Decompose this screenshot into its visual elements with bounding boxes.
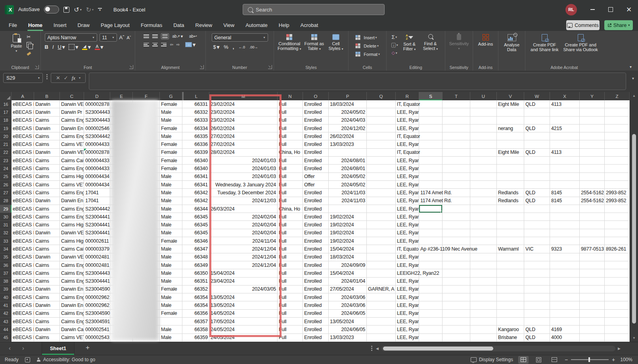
- cell-B35[interactable]: Darwin: [34, 253, 60, 261]
- cell-Z45[interactable]: [605, 334, 630, 342]
- cell-O40[interactable]: Enrolled: [303, 293, 329, 301]
- cell-T20[interactable]: [443, 132, 470, 140]
- cell-W42[interactable]: [524, 310, 550, 318]
- row-header-26[interactable]: 26: [0, 181, 11, 189]
- cell-S33[interactable]: [419, 237, 443, 245]
- cell-R40[interactable]: LEE, Ryan: [396, 293, 419, 301]
- cell-Q38[interactable]: [367, 278, 396, 285]
- cell-M38[interactable]: 23/04/2024: [209, 278, 278, 285]
- cell-C16[interactable]: Darwin VE: [60, 100, 84, 108]
- cell-Y29[interactable]: [580, 205, 605, 213]
- cell-T18[interactable]: [443, 117, 470, 125]
- row-header-31[interactable]: 31: [0, 221, 11, 229]
- cell-S27[interactable]: 1174 Amet Rd.: [419, 189, 443, 197]
- cell-Q35[interactable]: [367, 253, 396, 261]
- cell-G45[interactable]: Male: [160, 334, 182, 342]
- cell-Z25[interactable]: [605, 173, 630, 181]
- cell-Y18[interactable]: [580, 117, 605, 125]
- wrap-text-button[interactable]: ab↩: [189, 34, 197, 38]
- cell-E41[interactable]: [110, 301, 133, 309]
- cell-B17[interactable]: Darwin: [34, 108, 60, 116]
- cell-V27[interactable]: Redlands: [497, 189, 524, 197]
- cell-F34[interactable]: [133, 245, 160, 253]
- cell-T30[interactable]: [443, 213, 470, 221]
- cell-Z36[interactable]: [605, 261, 630, 269]
- cell-G23[interactable]: Female: [160, 157, 182, 165]
- cell-A22[interactable]: eBECAS La: [11, 149, 34, 157]
- cell-R44[interactable]: LEE, Ryan: [396, 326, 419, 333]
- cell-S34[interactable]: Ap #236-1109 Nec Avenue: [419, 245, 443, 253]
- cell-O37[interactable]: Enrolled: [303, 269, 329, 277]
- cell-S43[interactable]: [419, 318, 443, 326]
- cell-Z28[interactable]: 2993-852: [605, 197, 630, 205]
- cell-D30[interactable]: S23004441: [84, 213, 110, 221]
- cell-X18[interactable]: [550, 117, 580, 125]
- cell-U44[interactable]: [470, 326, 497, 333]
- cell-B27[interactable]: Cairns: [34, 189, 60, 197]
- cell-B32[interactable]: Darwin: [34, 229, 60, 237]
- cell-E36[interactable]: [110, 261, 133, 269]
- cell-Q17[interactable]: [367, 108, 396, 116]
- cell-R39[interactable]: LEE, Ryan: [396, 285, 419, 293]
- cell-D42[interactable]: S23004590: [84, 310, 110, 318]
- close-button[interactable]: ✕: [620, 0, 638, 19]
- cell-W21[interactable]: [524, 140, 550, 148]
- cell-G36[interactable]: Male: [160, 261, 182, 269]
- row-header-40[interactable]: 40: [0, 293, 11, 301]
- cell-A41[interactable]: eBECAS La: [11, 301, 34, 309]
- cell-Z39[interactable]: [605, 285, 630, 293]
- cell-Z20[interactable]: [605, 132, 630, 140]
- row-header-42[interactable]: 42: [0, 310, 11, 318]
- cell-Q24[interactable]: [367, 165, 396, 172]
- cell-R38[interactable]: LEE, Ryan: [396, 278, 419, 285]
- cell-W24[interactable]: [524, 165, 550, 172]
- cell-M20[interactable]: 27/02/2024: [209, 132, 278, 140]
- cell-L29[interactable]: 66344: [182, 205, 209, 213]
- cell-Q45[interactable]: [367, 334, 396, 342]
- cell-E40[interactable]: [110, 293, 133, 301]
- macro-record-icon[interactable]: [25, 357, 30, 362]
- number-format-select[interactable]: General▾: [212, 33, 268, 42]
- cell-V24[interactable]: [497, 165, 524, 172]
- cell-B25[interactable]: Cairns: [34, 173, 60, 181]
- cell-W44[interactable]: QLD: [524, 326, 550, 333]
- column-header-D[interactable]: D: [84, 92, 110, 100]
- cell-U45[interactable]: [470, 334, 497, 342]
- cell-E32[interactable]: [110, 229, 133, 237]
- cell-T41[interactable]: [443, 301, 470, 309]
- cell-C39[interactable]: Darwin En: [60, 285, 84, 293]
- cell-V16[interactable]: Eight Mile: [497, 100, 524, 108]
- cell-T32[interactable]: [443, 229, 470, 237]
- cell-U19[interactable]: [470, 125, 497, 132]
- cell-C20[interactable]: Cairns Eng: [60, 132, 84, 140]
- cell-X44[interactable]: 4169: [550, 326, 580, 333]
- cell-S35[interactable]: [419, 253, 443, 261]
- cell-F19[interactable]: [133, 125, 160, 132]
- delete-cells-button[interactable]: Delete▾: [355, 42, 379, 49]
- cell-O44[interactable]: Enrolled: [303, 326, 329, 333]
- scroll-up-icon[interactable]: ▲: [630, 94, 638, 98]
- cell-T29[interactable]: [443, 205, 470, 213]
- bold-button[interactable]: B: [45, 44, 48, 50]
- cell-L42[interactable]: 66356: [182, 310, 209, 318]
- cell-Q29[interactable]: [367, 205, 396, 213]
- cell-W40[interactable]: [524, 293, 550, 301]
- cell-Y23[interactable]: [580, 157, 605, 165]
- create-pdf-share-link-button[interactable]: Create PDF and Share link: [530, 33, 559, 64]
- column-header-F[interactable]: F: [133, 92, 160, 100]
- row-header-39[interactable]: 39: [0, 285, 11, 293]
- cell-P34[interactable]: 15/04/2024: [329, 245, 367, 253]
- cell-R17[interactable]: LEE, Ryan: [396, 108, 419, 116]
- formula-input[interactable]: [89, 73, 626, 90]
- zoom-slider[interactable]: [571, 359, 609, 360]
- cell-V21[interactable]: [497, 140, 524, 148]
- cell-G18[interactable]: Male: [160, 117, 182, 125]
- cell-E27[interactable]: [110, 189, 133, 197]
- cell-D23[interactable]: 000004433: [84, 157, 110, 165]
- name-box[interactable]: S29 ▾: [3, 73, 43, 83]
- cell-Y45[interactable]: [580, 334, 605, 342]
- cell-P39[interactable]: 27/05/2024: [329, 285, 367, 293]
- cell-T31[interactable]: [443, 221, 470, 229]
- decrease-decimal-icon[interactable]: .00→: [249, 45, 258, 49]
- cell-N32[interactable]: Full: [278, 229, 303, 237]
